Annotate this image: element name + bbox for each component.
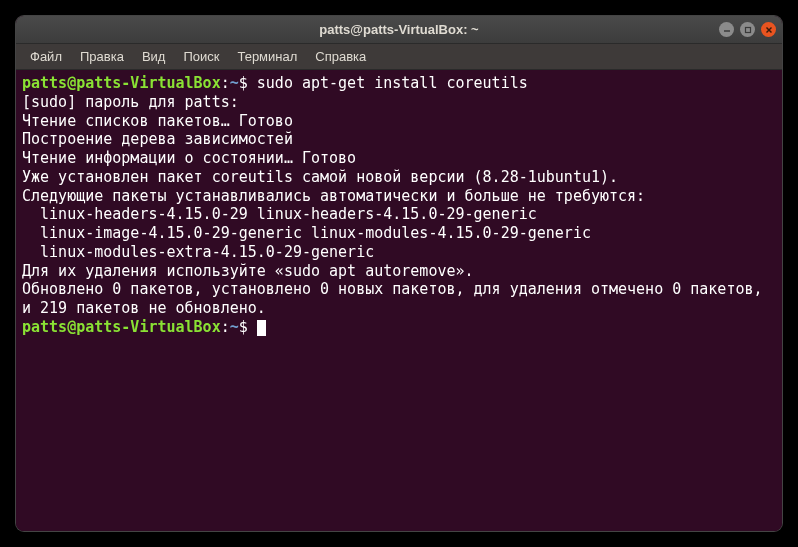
menu-edit[interactable]: Правка (72, 46, 132, 67)
output-line: [sudo] пароль для patts: (22, 93, 776, 112)
prompt-colon: : (221, 74, 230, 92)
titlebar: patts@patts-VirtualBox: ~ (16, 16, 782, 44)
window-controls (719, 22, 776, 37)
close-icon (765, 26, 773, 34)
output-line: Чтение информации о состоянии… Готово (22, 149, 776, 168)
prompt-user-host: patts@patts-VirtualBox (22, 74, 221, 92)
output-line: linux-modules-extra-4.15.0-29-generic (22, 243, 776, 262)
command-text: sudo apt-get install coreutils (248, 74, 528, 92)
output-line: Уже установлен пакет coreutils самой нов… (22, 168, 776, 187)
menu-terminal[interactable]: Терминал (229, 46, 305, 67)
menu-file[interactable]: Файл (22, 46, 70, 67)
menu-search[interactable]: Поиск (175, 46, 227, 67)
minimize-button[interactable] (719, 22, 734, 37)
prompt-path: ~ (230, 74, 239, 92)
terminal-body[interactable]: patts@patts-VirtualBox:~$ sudo apt-get i… (16, 70, 782, 531)
command-text-2 (248, 318, 257, 336)
prompt-path: ~ (230, 318, 239, 336)
menubar: Файл Правка Вид Поиск Терминал Справка (16, 44, 782, 70)
menu-help[interactable]: Справка (307, 46, 374, 67)
close-button[interactable] (761, 22, 776, 37)
prompt-dollar: $ (239, 74, 248, 92)
prompt-user-host: patts@patts-VirtualBox (22, 318, 221, 336)
svg-rect-1 (745, 27, 750, 32)
terminal-window: patts@patts-VirtualBox: ~ Файл Правка Ви… (16, 16, 782, 531)
prompt-line-1: patts@patts-VirtualBox:~$ sudo apt-get i… (22, 74, 776, 93)
cursor (257, 320, 266, 336)
output-line: linux-image-4.15.0-29-generic linux-modu… (22, 224, 776, 243)
maximize-button[interactable] (740, 22, 755, 37)
output-line: linux-headers-4.15.0-29 linux-headers-4.… (22, 205, 776, 224)
menu-view[interactable]: Вид (134, 46, 174, 67)
minimize-icon (723, 26, 731, 34)
maximize-icon (744, 26, 752, 34)
output-line: Обновлено 0 пакетов, установлено 0 новых… (22, 280, 776, 318)
window-title: patts@patts-VirtualBox: ~ (319, 22, 478, 37)
output-line: Построение дерева зависимостей (22, 130, 776, 149)
prompt-dollar: $ (239, 318, 248, 336)
output-line: Чтение списков пакетов… Готово (22, 112, 776, 131)
prompt-colon: : (221, 318, 230, 336)
output-line: Следующие пакеты устанавливались автомат… (22, 187, 776, 206)
output-line: Для их удаления используйте «sudo apt au… (22, 262, 776, 281)
prompt-line-2: patts@patts-VirtualBox:~$ (22, 318, 776, 337)
